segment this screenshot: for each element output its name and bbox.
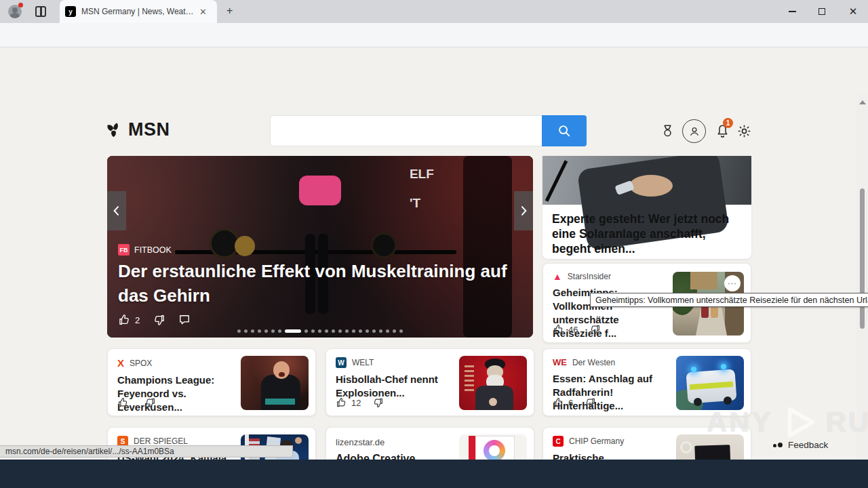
- like-button[interactable]: 6: [553, 396, 573, 409]
- carousel-dot[interactable]: [304, 329, 308, 333]
- fitbook-logo-icon: FB: [118, 244, 130, 256]
- top-story-card[interactable]: Experte gesteht: Wer jetzt noch eine Sol…: [542, 156, 751, 259]
- card-source[interactable]: WELT: [352, 358, 374, 367]
- search-icon: [557, 123, 572, 138]
- news-card-welt[interactable]: W WELT Hisbollah-Chef nennt Explosionen.…: [326, 348, 534, 416]
- carousel-dot[interactable]: [386, 329, 389, 333]
- like-button[interactable]: 12: [336, 396, 361, 409]
- profile-notification-dot: [18, 3, 23, 7]
- rewards-icon[interactable]: [660, 123, 675, 142]
- like-button[interactable]: 46: [553, 323, 578, 336]
- settings-gear-icon[interactable]: [736, 123, 752, 142]
- carousel-prev-button[interactable]: [107, 191, 126, 230]
- like-button[interactable]: [117, 396, 133, 409]
- window-maximize-button[interactable]: [808, 0, 835, 23]
- workspaces-icon[interactable]: [35, 6, 46, 17]
- hero-dislike-button[interactable]: [152, 313, 165, 327]
- browser-toolbar: https://www.msn.com/de-de aA ☆ ···: [0, 23, 868, 47]
- card-source[interactable]: SPOX: [130, 359, 152, 368]
- scroll-up-arrow[interactable]: [859, 100, 866, 104]
- msn-butterfly-icon: [105, 120, 125, 140]
- dislike-button[interactable]: [584, 396, 596, 409]
- carousel-dot[interactable]: [311, 329, 315, 333]
- link-tooltip: Geheimtipps: Vollkommen unterschätzte Re…: [590, 293, 868, 307]
- page-scrollbar[interactable]: [856, 95, 868, 488]
- carousel-dot[interactable]: [251, 329, 254, 333]
- carousel-dot[interactable]: [399, 329, 403, 333]
- dislike-button[interactable]: [589, 323, 601, 336]
- carousel-dot[interactable]: [244, 329, 248, 333]
- top-story-image: [542, 156, 751, 205]
- dislike-button[interactable]: [144, 396, 156, 409]
- card-title[interactable]: Hisbollah-Chef nennt Explosionen...: [326, 368, 455, 400]
- carousel-next-button[interactable]: [514, 191, 533, 230]
- tab-title: MSN Germany | News, Weather,: [81, 7, 195, 16]
- msn-logo[interactable]: MSN: [105, 119, 170, 140]
- card-image[interactable]: [459, 356, 527, 410]
- carousel-dot[interactable]: [345, 329, 349, 333]
- carousel-dot[interactable]: [332, 329, 335, 333]
- carousel-dot[interactable]: [278, 329, 281, 333]
- dislike-button[interactable]: [372, 396, 384, 409]
- news-card-derwesten[interactable]: WE Der Westen Essen: Anschlag auf Radfah…: [542, 348, 751, 416]
- carousel-dot[interactable]: [359, 329, 362, 333]
- card-source[interactable]: StarsInsider: [568, 272, 611, 281]
- msn-search-button[interactable]: [542, 115, 587, 146]
- carousel-dot[interactable]: [271, 329, 275, 333]
- welt-logo-icon: W: [336, 357, 347, 368]
- hero-carousel-card[interactable]: ELF 'T FB FITBOOK Der erstaunliche Effek…: [107, 156, 533, 338]
- more-options-button[interactable]: ···: [724, 275, 741, 291]
- new-tab-button[interactable]: +: [226, 5, 233, 16]
- hero-source[interactable]: FITBOOK: [134, 245, 172, 255]
- chip-logo-icon: C: [553, 436, 564, 447]
- hero-like-button[interactable]: 2: [118, 313, 140, 327]
- top-story-title[interactable]: Experte gesteht: Wer jetzt noch eine Sol…: [552, 211, 742, 256]
- feedback-button[interactable]: Feedback: [773, 440, 828, 450]
- starsinsider-logo-icon: ▲: [553, 272, 562, 281]
- scrollbar-thumb[interactable]: [860, 188, 865, 329]
- notification-badge: 1: [723, 118, 733, 128]
- browser-tab-strip: y MSN Germany | News, Weather, ✕ + ✕: [0, 0, 868, 23]
- carousel-dot[interactable]: [318, 329, 321, 333]
- window-close-button[interactable]: ✕: [840, 0, 867, 23]
- hero-title[interactable]: Der erstaunliche Effekt von Muskeltraini…: [118, 259, 522, 308]
- card-source[interactable]: Der Westen: [572, 358, 615, 367]
- profile-signin-icon[interactable]: [682, 119, 706, 143]
- card-source[interactable]: lizenzstar.de: [336, 437, 384, 447]
- browser-tab[interactable]: y MSN Germany | News, Weather, ✕: [60, 0, 217, 23]
- card-image[interactable]: [241, 356, 309, 410]
- windows-taskbar: Type here to search 5:42 PM 9/19/2024: [0, 460, 868, 488]
- carousel-dot[interactable]: [325, 329, 328, 333]
- carousel-dot[interactable]: [352, 329, 355, 333]
- carousel-dot[interactable]: [366, 329, 369, 333]
- feedback-icon: [773, 443, 783, 447]
- carousel-dot[interactable]: [237, 329, 241, 333]
- status-bar-url: msn.com/de-de/reisen/artikel/.../ss-AA1m…: [0, 445, 293, 458]
- carousel-dot[interactable]: [379, 329, 382, 333]
- carousel-dot[interactable]: [393, 329, 396, 333]
- window-minimize-button[interactable]: [778, 0, 806, 23]
- card-image[interactable]: [676, 356, 744, 410]
- derwesten-logo-icon: WE: [553, 357, 567, 367]
- carousel-dot[interactable]: [285, 329, 301, 333]
- msn-favicon-icon: y: [65, 6, 76, 17]
- hero-comment-button[interactable]: [178, 313, 191, 327]
- tab-close-icon[interactable]: ✕: [199, 7, 207, 17]
- card-source[interactable]: DER SPIEGEL: [134, 436, 188, 446]
- msn-search-input[interactable]: [270, 115, 542, 146]
- carousel-dot[interactable]: [264, 329, 268, 333]
- carousel-dot[interactable]: [258, 329, 261, 333]
- news-card-spox[interactable]: X SPOX Champions League: Feyenoord vs. L…: [107, 348, 316, 416]
- msn-page: MSN 1 ELF 'T FB FITBOOK Der erstaunliche…: [0, 47, 868, 460]
- card-source[interactable]: CHIP Germany: [569, 436, 624, 446]
- carousel-dots: [107, 329, 533, 333]
- carousel-dot[interactable]: [338, 329, 342, 333]
- carousel-dot[interactable]: [372, 329, 376, 333]
- spox-logo-icon: X: [117, 357, 124, 369]
